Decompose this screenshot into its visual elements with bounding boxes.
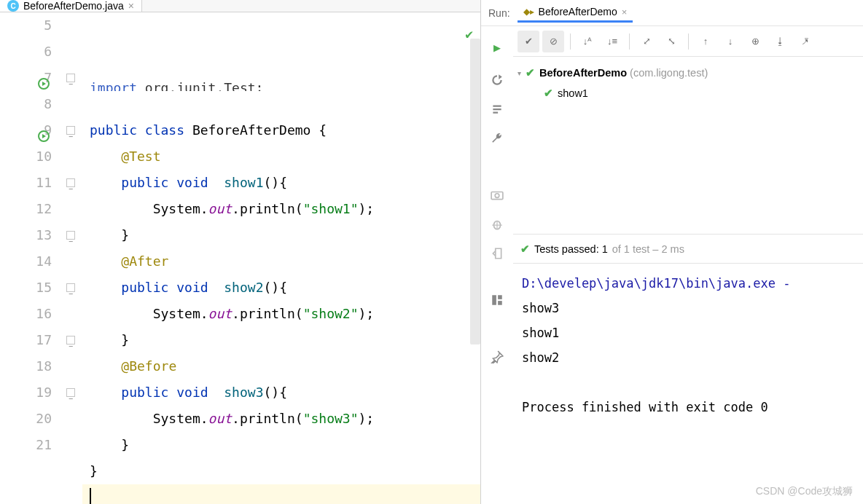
code-line[interactable]: @After — [82, 248, 480, 275]
code-line[interactable]: public void show1(){ — [82, 170, 480, 196]
line-number[interactable]: 5 — [0, 12, 52, 39]
chevron-down-icon[interactable]: ▾ — [518, 69, 521, 77]
layout-icon[interactable] — [490, 293, 504, 307]
sort-alpha-icon[interactable]: ↓ᴬ — [577, 31, 598, 52]
line-number[interactable]: 9 — [0, 117, 52, 143]
line-number[interactable]: 11 — [0, 170, 52, 196]
test-pass-icon: ✔ — [544, 87, 553, 99]
bug-icon[interactable] — [490, 217, 504, 232]
pin-icon[interactable] — [490, 350, 504, 364]
run-header: Run: ◆▸ BeforeAfterDemo × — [481, 0, 863, 26]
export-icon[interactable]: ⊕ — [744, 31, 766, 52]
line-number[interactable]: 16 — [0, 301, 52, 327]
test-pass-icon: ✔ — [520, 243, 530, 255]
svg-point-3 — [495, 194, 499, 198]
fold-toggle-icon[interactable] — [66, 336, 75, 344]
code-line[interactable]: } — [82, 458, 480, 484]
line-number[interactable]: 21 — [0, 432, 52, 458]
code-line[interactable]: public void show3(){ — [82, 379, 480, 406]
line-number[interactable]: 8 — [0, 91, 52, 117]
rerun-icon[interactable]: ▶ — [486, 36, 508, 58]
import-icon[interactable]: ⭳ — [769, 31, 791, 52]
editor-tab-bar: C BeforeAfterDemo.java × — [0, 0, 480, 12]
tab-filename: BeforeAfterDemo.java — [23, 0, 124, 12]
svg-rect-8 — [498, 295, 502, 299]
run-test-icon[interactable] — [38, 125, 50, 136]
expand-all-icon[interactable]: ⤢ — [636, 31, 657, 52]
code-line[interactable]: public void show2(){ — [82, 275, 480, 301]
rerun-failed-icon[interactable] — [490, 102, 504, 117]
code-line[interactable]: } — [82, 432, 480, 458]
test-tree: ▾ ✔ BeforeAfterDemo (com.ligong.test) ✔ … — [513, 57, 863, 235]
sort-duration-icon[interactable]: ↓≡ — [601, 31, 623, 52]
line-number[interactable]: 10 — [0, 143, 52, 170]
line-number[interactable]: 18 — [0, 353, 52, 379]
java-class-icon: C — [7, 0, 19, 12]
code-line[interactable]: public class BeforeAfterDemo { — [82, 117, 480, 143]
code-line[interactable] — [82, 91, 480, 117]
line-number[interactable]: 15 — [0, 275, 52, 301]
line-number[interactable]: 7 — [0, 65, 52, 91]
fold-toggle-icon[interactable] — [66, 388, 75, 397]
test-toolbar: ✔ ⊘ ↓ᴬ ↓≡ ⤢ ⤡ ↑ ↓ ⊕ ⭳ ⭷ — [513, 26, 863, 57]
code-line[interactable] — [82, 484, 480, 504]
test-pass-icon: ✔ — [526, 67, 535, 79]
svg-rect-7 — [492, 295, 496, 305]
fold-toggle-icon[interactable] — [66, 231, 75, 240]
code-line[interactable]: } — [82, 327, 480, 353]
code-line[interactable]: @Test — [82, 143, 480, 170]
show-passed-icon[interactable]: ✔ — [518, 31, 539, 52]
editor-body[interactable]: 56789101112131415161718192021 ✔ import o… — [0, 12, 480, 504]
editor-pane: C BeforeAfterDemo.java × 567891011121314… — [0, 0, 481, 504]
prev-icon[interactable]: ↑ — [695, 31, 716, 52]
run-label: Run: — [488, 7, 510, 19]
run-pane: Run: ◆▸ BeforeAfterDemo × ▶ — [481, 0, 863, 504]
exit-icon[interactable] — [490, 246, 504, 261]
fold-toggle-icon[interactable] — [66, 283, 75, 292]
camera-icon[interactable] — [490, 188, 504, 202]
fold-toggle-icon[interactable] — [66, 126, 75, 135]
open-icon[interactable]: ⭷ — [794, 31, 816, 52]
test-tree-item[interactable]: ✔ show1 — [518, 83, 859, 103]
line-number[interactable]: 14 — [0, 248, 52, 275]
line-number[interactable]: 19 — [0, 379, 52, 406]
show-ignored-icon[interactable]: ⊘ — [542, 31, 564, 52]
run-config-tab[interactable]: ◆▸ BeforeAfterDemo × — [518, 3, 633, 23]
line-number[interactable]: 13 — [0, 222, 52, 248]
line-number[interactable]: 6 — [0, 39, 52, 65]
console-output[interactable]: D:\develep\java\jdk17\bin\java.exe - sho… — [513, 264, 863, 504]
code-line[interactable]: @Before — [82, 353, 480, 379]
close-icon[interactable]: × — [622, 7, 628, 17]
code-line[interactable]: import org.junit.Test; — [82, 75, 480, 91]
code-line[interactable]: System.out.println("show2"); — [82, 301, 480, 327]
code-line[interactable]: System.out.println("show3"); — [82, 406, 480, 432]
code-line[interactable]: } — [82, 222, 480, 248]
svg-rect-9 — [498, 301, 502, 305]
toggle-auto-test-icon[interactable] — [490, 73, 504, 87]
next-icon[interactable]: ↓ — [719, 31, 741, 52]
close-icon[interactable]: × — [128, 0, 134, 12]
collapse-all-icon[interactable]: ⤡ — [660, 31, 682, 52]
test-tree-root[interactable]: ▾ ✔ BeforeAfterDemo (com.ligong.test) — [518, 63, 859, 83]
fold-toggle-icon[interactable] — [66, 74, 75, 82]
watermark: CSDN @Code攻城狮 — [756, 485, 853, 498]
line-number[interactable]: 12 — [0, 196, 52, 222]
editor-tab[interactable]: C BeforeAfterDemo.java × — [0, 0, 142, 12]
run-sidebar: ▶ — [481, 26, 513, 504]
scrollbar-thumb[interactable] — [470, 39, 480, 344]
code-line[interactable]: System.out.println("show1"); — [82, 196, 480, 222]
wrench-icon[interactable] — [490, 131, 504, 146]
line-number[interactable]: 17 — [0, 327, 52, 353]
line-number[interactable]: 20 — [0, 406, 52, 432]
test-config-icon: ◆▸ — [523, 7, 534, 17]
test-status-bar: ✔ Tests passed: 1 of 1 test – 2 ms — [513, 235, 863, 264]
fold-toggle-icon[interactable] — [66, 178, 75, 187]
run-test-icon[interactable] — [38, 72, 50, 84]
